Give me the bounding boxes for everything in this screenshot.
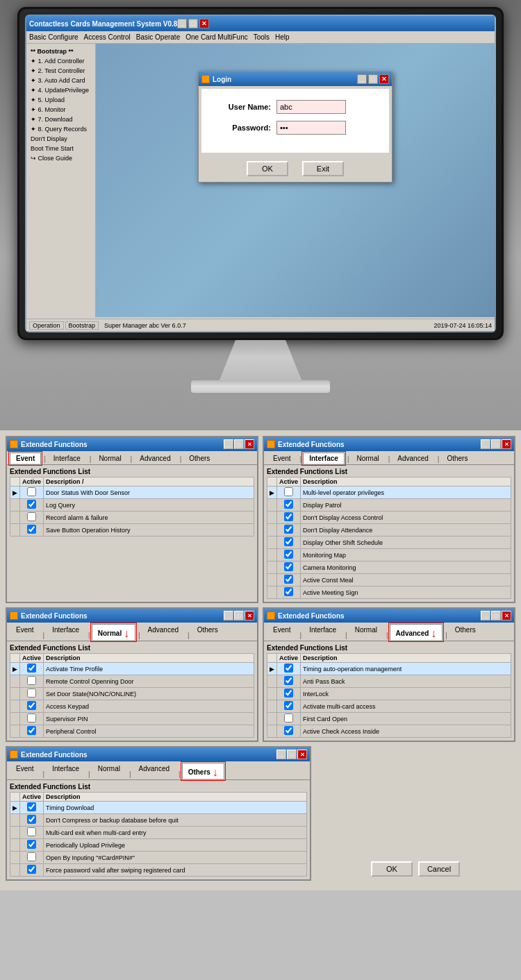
sidebar-update-priv[interactable]: ✦ 4. UpdatePrivilege [28,85,94,95]
tab-p5-others[interactable]: Others ↓ [182,763,224,779]
ext-p2-minimize[interactable]: _ [481,439,490,449]
row-check[interactable] [277,713,301,725]
row-check[interactable] [20,827,44,839]
row-check[interactable] [277,700,301,713]
ext-p5-minimize[interactable]: _ [276,750,286,759]
ext-p4-maximize[interactable]: □ [491,611,501,620]
row-check[interactable] [20,524,44,537]
sidebar-bootstrap[interactable]: ** Bootstrap ** [28,47,94,56]
maximize-btn[interactable]: □ [188,19,198,28]
ext-p4-close[interactable]: ✕ [502,611,511,620]
tab-p2-others[interactable]: Others [440,453,474,464]
sidebar-download[interactable]: ✦ 7. Download [28,115,94,124]
tab-p1-advanced[interactable]: Advanced [133,453,176,464]
tab-p2-interface[interactable]: Interface [303,453,345,464]
tab-p1-event[interactable]: Event [10,453,41,464]
tab-p4-normal[interactable]: Normal [349,624,383,641]
row-check[interactable] [20,852,44,864]
menu-one-card[interactable]: One Card MultiFunc [185,33,247,41]
row-check[interactable] [20,725,44,738]
row-check[interactable] [277,688,301,700]
sidebar-monitor[interactable]: ✦ 6. Monitor [28,105,94,115]
sidebar-add-ctrl[interactable]: ✦ 1. Add Controller [28,56,94,66]
tab-p3-advanced[interactable]: Advanced [142,624,185,641]
tab-p1-others[interactable]: Others [183,453,216,464]
sidebar-upload[interactable]: ✦ 5. Upload [28,95,94,105]
row-check[interactable] [20,675,44,688]
row-check[interactable] [20,713,44,725]
menu-basic-config[interactable]: Basic Configure [29,33,78,41]
row-check[interactable] [277,512,301,524]
ext-p1-minimize[interactable]: _ [224,439,233,449]
row-check[interactable] [20,512,44,524]
bootstrap-tab[interactable]: Bootstrap [65,321,99,330]
ext-p1-maximize[interactable]: □ [234,439,244,449]
tab-p4-others[interactable]: Others [449,624,482,641]
row-check[interactable] [277,675,301,688]
tab-p3-others[interactable]: Others [191,624,224,641]
username-input[interactable] [276,100,346,114]
ext-p2-maximize[interactable]: □ [491,439,501,449]
tab-p3-interface[interactable]: Interface [46,624,85,641]
login-restore-btn[interactable]: □ [368,74,378,84]
ext-p5-maximize[interactable]: □ [287,750,297,759]
login-exit-btn[interactable]: Exit [302,161,344,176]
operation-tab[interactable]: Operation [29,321,64,330]
row-check[interactable] [20,802,44,814]
login-minimize-btn[interactable]: _ [357,74,367,84]
tab-p4-interface[interactable]: Interface [303,624,342,641]
tab-p4-advanced[interactable]: Advanced ↓ [390,624,443,641]
row-check[interactable] [20,663,44,675]
password-input[interactable] [276,121,346,135]
row-check[interactable] [277,549,301,561]
tab-p2-event[interactable]: Event [267,453,297,464]
ok-button[interactable]: OK [371,861,413,877]
row-check[interactable] [277,499,301,512]
tab-p3-event[interactable]: Event [10,624,40,641]
row-check[interactable] [277,663,301,675]
row-check[interactable] [277,574,301,586]
login-close-btn[interactable]: ✕ [379,74,389,84]
sidebar-close-guide[interactable]: ↪ Close Guide [28,153,94,163]
menu-basic-op[interactable]: Basic Operate [136,33,180,41]
row-check[interactable] [20,864,44,877]
row-check[interactable] [277,561,301,574]
ext-p2-close[interactable]: ✕ [502,439,511,449]
row-check[interactable] [277,537,301,549]
row-check[interactable] [277,725,301,738]
sidebar-boot-time[interactable]: Boot Time Start [28,144,94,153]
tab-p3-normal[interactable]: Normal ↓ [92,624,135,641]
ext-p3-maximize[interactable]: □ [234,611,244,620]
tab-p1-interface[interactable]: Interface [47,453,87,464]
row-check[interactable] [20,499,44,512]
ext-p1-close[interactable]: ✕ [245,439,254,449]
cancel-button[interactable]: Cancel [418,861,460,877]
menu-tools[interactable]: Tools [254,33,270,41]
login-ok-btn[interactable]: OK [247,161,288,176]
row-check[interactable] [20,487,44,499]
sidebar-dont-display[interactable]: Don't Display [28,134,94,144]
row-check[interactable] [20,839,44,852]
row-check[interactable] [20,700,44,713]
row-check[interactable] [20,688,44,700]
tab-p2-advanced[interactable]: Advanced [391,453,434,464]
row-check[interactable] [277,487,301,499]
sidebar-query[interactable]: ✦ 8. Query Records [28,124,94,134]
tab-p2-normal[interactable]: Normal [350,453,385,464]
ext-p3-minimize[interactable]: _ [224,611,233,620]
tab-p1-normal[interactable]: Normal [92,453,127,464]
tab-p5-interface[interactable]: Interface [46,763,85,779]
close-btn[interactable]: ✕ [199,19,209,28]
ext-p3-close[interactable]: ✕ [245,611,254,620]
sidebar-auto-add[interactable]: ✦ 3. Auto Add Card [28,76,94,85]
row-check[interactable] [277,586,301,599]
tab-p5-event[interactable]: Event [10,763,40,779]
row-check[interactable] [20,814,44,827]
tab-p5-normal[interactable]: Normal [92,763,126,779]
tab-p5-advanced[interactable]: Advanced [133,763,176,779]
ext-p5-close[interactable]: ✕ [297,750,307,759]
sidebar-test-ctrl[interactable]: ✦ 2. Test Controller [28,66,94,76]
minimize-btn[interactable]: _ [177,19,187,28]
menu-access-ctrl[interactable]: Access Control [84,33,131,41]
tab-p4-event[interactable]: Event [267,624,297,641]
